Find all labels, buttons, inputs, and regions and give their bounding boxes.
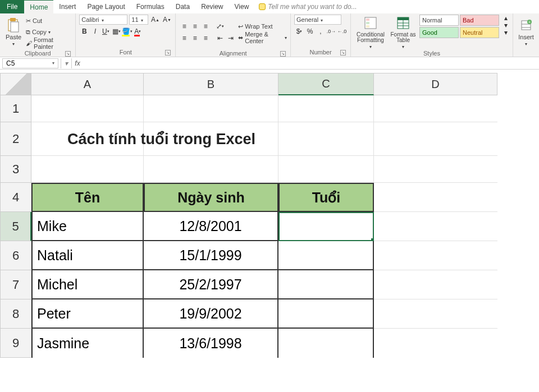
cell-C5[interactable]: [278, 212, 374, 241]
tab-file[interactable]: File: [0, 0, 24, 13]
cell-B9[interactable]: 13/6/1998: [144, 329, 278, 358]
cell-B7[interactable]: 25/2/1997: [144, 270, 278, 299]
comma-format-button[interactable]: ,: [316, 26, 326, 36]
row-header-5[interactable]: 5: [0, 212, 31, 241]
format-as-table-button[interactable]: Format as Table ▾: [389, 15, 417, 49]
decrease-font-button[interactable]: A▼: [162, 15, 172, 25]
decrease-decimal-button[interactable]: ←.0: [337, 26, 347, 36]
format-painter-button[interactable]: 🖌 Format Painter: [26, 38, 72, 48]
cell-B5[interactable]: 12/8/2001: [144, 212, 278, 241]
fx-icon[interactable]: fx: [72, 58, 83, 68]
row-header-1[interactable]: 1: [0, 95, 31, 122]
cell-A4[interactable]: Tên: [31, 183, 144, 212]
wrap-text-button[interactable]: ↩ Wrap Text: [238, 21, 287, 31]
cell-A8[interactable]: Peter: [31, 299, 144, 329]
increase-font-button[interactable]: A▲: [150, 15, 160, 25]
conditional-formatting-button[interactable]: Conditional Formatting ▾: [354, 15, 387, 49]
cell-D8[interactable]: [374, 299, 497, 329]
select-all-corner[interactable]: [0, 73, 31, 95]
align-middle-button[interactable]: ≡: [190, 21, 200, 31]
align-left-button[interactable]: ≡: [179, 33, 189, 43]
merge-center-button[interactable]: ⬌ Merge & Center ▾: [238, 33, 287, 43]
cell-D2[interactable]: [374, 122, 497, 156]
formula-input[interactable]: [83, 58, 539, 68]
cell-B1[interactable]: [144, 95, 278, 122]
cell-B6[interactable]: 15/1/1999: [144, 241, 278, 270]
align-center-button[interactable]: ≡: [190, 33, 200, 43]
font-size-select[interactable]: 11: [129, 15, 148, 25]
paste-button[interactable]: Paste ▾: [3, 15, 24, 49]
font-name-select[interactable]: Calibri: [79, 15, 127, 25]
row-header-4[interactable]: 4: [0, 183, 31, 212]
col-header-D[interactable]: D: [374, 73, 497, 95]
cut-button[interactable]: ✂ Cut: [26, 16, 72, 26]
gallery-down-button[interactable]: ▾: [503, 22, 509, 29]
cell-C6[interactable]: [278, 241, 374, 270]
align-bottom-button[interactable]: ≡: [200, 21, 211, 31]
row-header-6[interactable]: 6: [0, 241, 31, 270]
insert-cells-button[interactable]: + Insert ▾: [517, 15, 536, 49]
row-header-2[interactable]: 2: [0, 122, 31, 156]
align-right-button[interactable]: ≡: [200, 33, 211, 43]
cell-C1[interactable]: [278, 95, 374, 122]
style-normal[interactable]: Normal: [419, 15, 459, 26]
col-header-B[interactable]: B: [144, 73, 278, 95]
cell-styles-gallery[interactable]: Normal Bad Good Neutral: [419, 15, 499, 38]
bold-button[interactable]: B: [79, 26, 89, 36]
cell-D3[interactable]: [374, 156, 497, 183]
copy-button[interactable]: ⧉ Copy ▾: [26, 27, 72, 37]
cell-A5[interactable]: Mike: [31, 212, 144, 241]
tab-formulas[interactable]: Formulas: [131, 0, 170, 13]
border-button[interactable]: ▦▾: [111, 26, 121, 36]
cell-B4[interactable]: Ngày sinh: [144, 183, 278, 212]
underline-button[interactable]: U▾: [101, 26, 111, 36]
tab-review[interactable]: Review: [195, 0, 229, 13]
cell-C7[interactable]: [278, 270, 374, 299]
cell-C2[interactable]: [278, 122, 374, 156]
col-header-C[interactable]: C: [278, 73, 374, 95]
tab-page-layout[interactable]: Page Layout: [81, 0, 130, 13]
align-top-button[interactable]: ≡: [179, 21, 189, 31]
style-good[interactable]: Good: [419, 27, 459, 38]
increase-decimal-button[interactable]: .0→: [326, 26, 336, 36]
tab-data[interactable]: Data: [170, 0, 195, 13]
gallery-more-button[interactable]: ▾: [503, 29, 509, 36]
cell-A7[interactable]: Michel: [31, 270, 144, 299]
cell-A6[interactable]: Natali: [31, 241, 144, 270]
cell-A2[interactable]: Cách tính tuổi trong Excel: [31, 122, 144, 156]
number-format-select[interactable]: General: [294, 15, 341, 25]
col-header-A[interactable]: A: [31, 73, 144, 95]
font-color-button[interactable]: A▾: [133, 26, 143, 36]
style-bad[interactable]: Bad: [460, 15, 499, 26]
cell-C8[interactable]: [278, 299, 374, 329]
increase-indent-button[interactable]: ⇥: [226, 33, 236, 43]
tab-home[interactable]: Home: [24, 0, 53, 13]
row-header-7[interactable]: 7: [0, 270, 31, 299]
italic-button[interactable]: I: [90, 26, 100, 36]
alignment-dialog-launcher[interactable]: ↘: [280, 51, 286, 57]
number-dialog-launcher[interactable]: ↘: [340, 50, 346, 56]
row-header-3[interactable]: 3: [0, 156, 31, 183]
tab-insert[interactable]: Insert: [53, 0, 81, 13]
cell-C4[interactable]: Tuổi: [278, 183, 374, 212]
percent-format-button[interactable]: %: [305, 26, 315, 36]
cell-D7[interactable]: [374, 270, 497, 299]
cell-C3[interactable]: [278, 156, 374, 183]
formula-dropdown-icon[interactable]: ▾: [61, 58, 72, 68]
cell-D1[interactable]: [374, 95, 497, 122]
tell-me-search[interactable]: Tell me what you want to do...: [259, 3, 357, 11]
row-header-8[interactable]: 8: [0, 299, 31, 329]
row-header-9[interactable]: 9: [0, 329, 31, 358]
cell-D6[interactable]: [374, 241, 497, 270]
fill-color-button[interactable]: 🪣▾: [122, 26, 132, 36]
cell-A1[interactable]: [31, 95, 144, 122]
font-dialog-launcher[interactable]: ↘: [165, 50, 171, 56]
cell-D4[interactable]: [374, 183, 497, 212]
cell-D5[interactable]: [374, 212, 497, 241]
cell-A3[interactable]: [31, 156, 144, 183]
cell-C9[interactable]: [278, 329, 374, 358]
decrease-indent-button[interactable]: ⇤: [215, 33, 225, 43]
cell-A9[interactable]: Jasmine: [31, 329, 144, 358]
accounting-format-button[interactable]: $▾: [294, 26, 304, 36]
clipboard-dialog-launcher[interactable]: ↘: [65, 51, 71, 57]
